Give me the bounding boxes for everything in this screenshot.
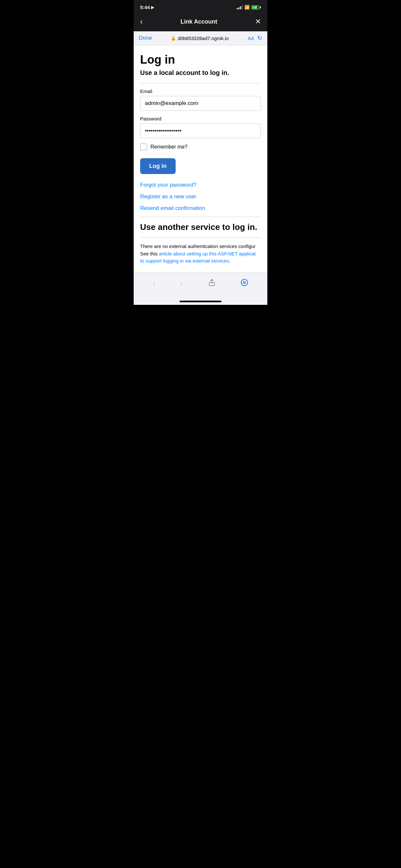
home-pill xyxy=(180,301,221,302)
status-bar: 5:44 ▶ 📶 ⚡ xyxy=(134,0,267,13)
login-button[interactable]: Log in xyxy=(140,158,176,174)
location-arrow-icon: ▶ xyxy=(151,5,154,10)
text-size-button[interactable]: AA xyxy=(248,35,254,41)
battery-tip xyxy=(260,6,261,8)
refresh-button[interactable]: ↻ xyxy=(257,35,262,42)
nav-title: Link Account xyxy=(181,19,217,25)
bottom-nav-bar: ‹ › xyxy=(134,273,267,299)
battery-body: ⚡ xyxy=(251,5,259,9)
url-bar[interactable]: 🔒 d0b653326ad7.ngrok.io xyxy=(156,35,244,41)
register-link[interactable]: Register as a new user xyxy=(140,193,261,200)
url-display: d0b653326ad7.ngrok.io xyxy=(178,35,228,41)
divider-3 xyxy=(140,237,261,238)
password-input[interactable] xyxy=(140,123,261,138)
browser-controls: AA ↻ xyxy=(248,35,262,42)
browser-forward-button[interactable]: › xyxy=(175,278,188,289)
signal-bar-4 xyxy=(242,5,243,9)
page-title: Log in xyxy=(140,53,261,66)
svg-point-2 xyxy=(243,282,245,283)
external-info-text: There are no external authentication ser… xyxy=(140,243,261,265)
signal-bar-3 xyxy=(240,6,241,9)
wifi-icon: 📶 xyxy=(244,5,250,10)
compass-button[interactable] xyxy=(235,277,253,290)
email-input[interactable] xyxy=(140,96,261,111)
email-form-group: Email xyxy=(140,89,261,111)
battery-icon: ⚡ xyxy=(251,5,261,9)
lock-icon: 🔒 xyxy=(171,36,176,41)
share-button[interactable] xyxy=(203,277,221,290)
password-label: Password xyxy=(140,116,261,121)
external-text-end: . xyxy=(229,258,230,264)
signal-bar-2 xyxy=(238,7,239,9)
done-button[interactable]: Done xyxy=(139,35,152,41)
remember-me-row: Remember me? xyxy=(140,144,261,151)
external-services-title: Use another service to log in. xyxy=(140,222,261,232)
back-button[interactable]: ‹ xyxy=(140,17,143,26)
browser-bar: Done 🔒 d0b653326ad7.ngrok.io AA ↻ xyxy=(134,31,267,45)
battery-bolt-icon: ⚡ xyxy=(254,6,257,9)
forgot-password-link[interactable]: Forgot your password? xyxy=(140,182,261,188)
nav-bar: ‹ Link Account ✕ xyxy=(134,13,267,31)
page-subtitle: Use a local account to log in. xyxy=(140,69,261,76)
password-form-group: Password xyxy=(140,116,261,138)
close-button[interactable]: ✕ xyxy=(255,18,261,26)
divider-2 xyxy=(140,217,261,217)
browser-back-button[interactable]: ‹ xyxy=(148,278,160,289)
home-indicator xyxy=(134,299,267,305)
status-icons: 📶 ⚡ xyxy=(237,5,261,10)
divider-1 xyxy=(140,83,261,83)
status-time: 5:44 ▶ xyxy=(140,4,154,10)
email-label: Email xyxy=(140,89,261,94)
remember-me-checkbox[interactable] xyxy=(140,144,147,151)
signal-bar-1 xyxy=(237,8,238,9)
resend-confirmation-link[interactable]: Resend email confirmation xyxy=(140,205,261,212)
remember-me-label: Remember me? xyxy=(150,144,188,150)
page-content: Log in Use a local account to log in. Em… xyxy=(134,45,267,273)
svg-point-1 xyxy=(241,279,248,286)
signal-bars-icon xyxy=(237,5,243,9)
time-display: 5:44 xyxy=(140,4,150,10)
